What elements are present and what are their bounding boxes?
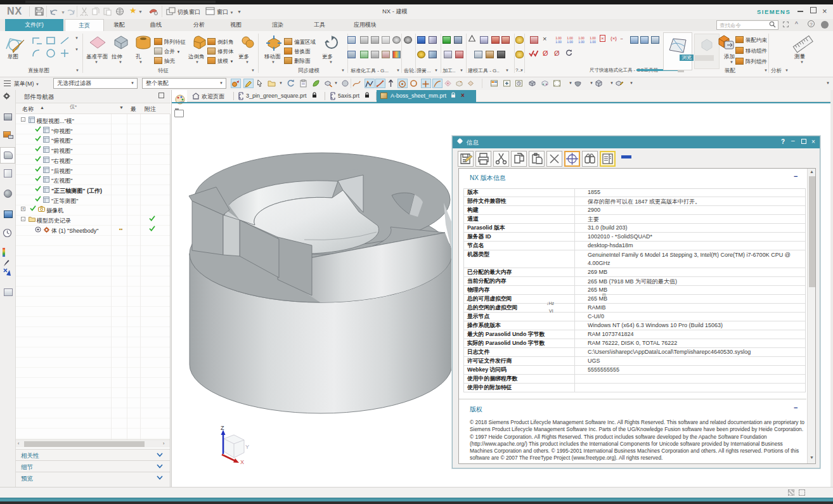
svg-text:Y: Y (245, 444, 249, 450)
svg-text:Z: Z (221, 425, 224, 431)
svg-text:X: X (240, 459, 244, 464)
